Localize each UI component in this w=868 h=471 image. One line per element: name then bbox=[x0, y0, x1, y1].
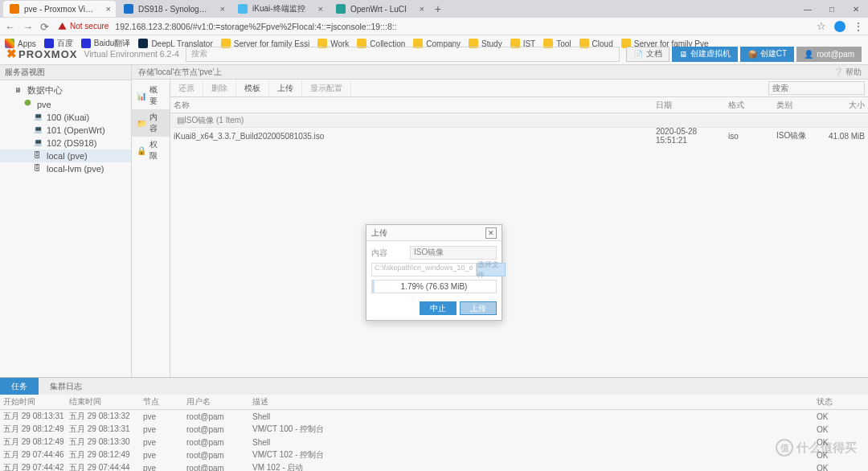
upload-progress: 1.79% (76.63 MiB) bbox=[371, 280, 497, 293]
content-label: 内容 bbox=[371, 248, 407, 259]
abort-button[interactable]: 中止 bbox=[420, 301, 457, 315]
content-type-select[interactable]: ISO镜像 bbox=[410, 246, 497, 260]
watermark: 值什么值得买 bbox=[776, 439, 857, 457]
file-path-input[interactable]: C:\fakepath\cn_windows_10_e bbox=[371, 263, 477, 276]
upload-dialog: 上传 ✕ 内容 ISO镜像 C:\fakepath\cn_windows_10_… bbox=[366, 224, 502, 321]
dialog-title: 上传 bbox=[371, 227, 387, 239]
choose-file-button[interactable]: 选择文件 bbox=[477, 263, 506, 276]
dialog-close-button[interactable]: ✕ bbox=[485, 227, 497, 239]
upload-submit-button[interactable]: 上传 bbox=[460, 301, 497, 315]
